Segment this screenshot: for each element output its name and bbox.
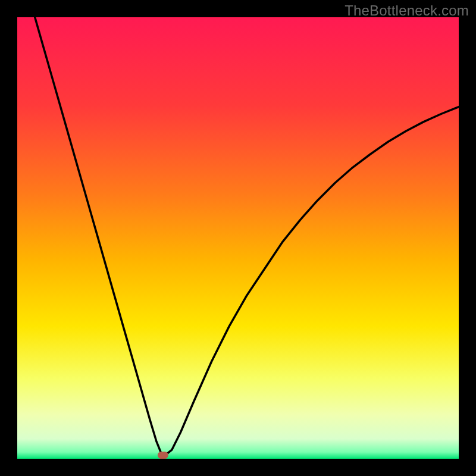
gradient-background xyxy=(17,17,459,459)
optimal-point-marker xyxy=(158,452,168,459)
plot-area xyxy=(17,17,459,459)
chart-svg xyxy=(17,17,459,459)
watermark-text: TheBottleneck.com xyxy=(345,2,469,19)
chart-container: TheBottleneck.com xyxy=(0,0,476,476)
